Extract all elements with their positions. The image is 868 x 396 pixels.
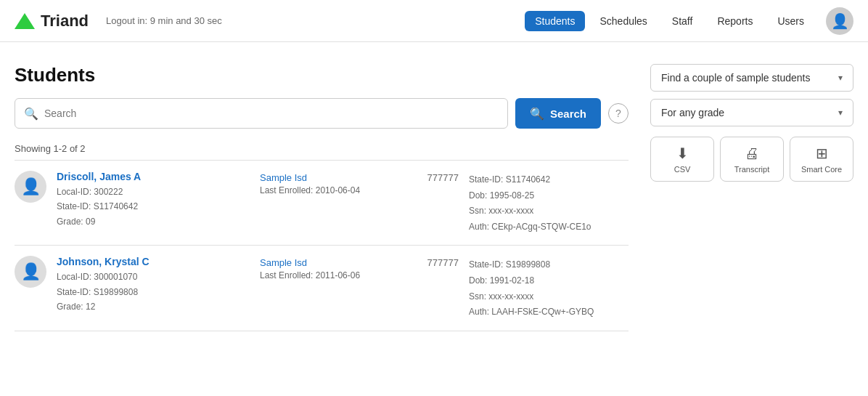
transcript-icon: 🖨 xyxy=(745,145,759,162)
student-district: Sample Isd Last Enrolled: 2010-06-04 xyxy=(260,171,390,195)
search-btn-icon: 🔍 xyxy=(530,107,544,121)
nav-students[interactable]: Students xyxy=(525,11,585,31)
results-count: Showing 1-2 of 2 xyxy=(15,143,629,154)
student-list: 👤 Driscoll, James A Local-ID: 300222Stat… xyxy=(15,160,629,331)
student-meta: Local-ID: 300001070State-ID: S19899808Gr… xyxy=(57,270,250,314)
smartcore-label: Smart Core xyxy=(801,165,842,174)
student-info: Johnson, Krystal C Local-ID: 300001070St… xyxy=(57,256,250,314)
student-id-number: 777777 xyxy=(401,171,459,183)
user-avatar[interactable]: 👤 xyxy=(826,7,853,35)
nav-staff[interactable]: Staff xyxy=(662,11,703,31)
transcript-export-button[interactable]: 🖨 Transcript xyxy=(720,137,784,182)
logo-area: Triand xyxy=(15,12,89,31)
nav-reports[interactable]: Reports xyxy=(707,11,763,31)
student-district: Sample Isd Last Enrolled: 2011-06-06 xyxy=(260,256,390,280)
search-button[interactable]: 🔍 Search xyxy=(515,98,601,129)
smartcore-icon: ⊞ xyxy=(816,145,828,162)
grade-filter-label: For any grade xyxy=(661,107,724,118)
search-icon-left: 🔍 xyxy=(24,107,38,121)
header: Triand Logout in: 9 min and 30 sec Stude… xyxy=(0,0,868,42)
table-row[interactable]: 👤 Driscoll, James A Local-ID: 300222Stat… xyxy=(15,161,629,246)
student-name: Johnson, Krystal C xyxy=(57,256,250,267)
search-btn-label: Search xyxy=(550,108,586,120)
last-enrolled: Last Enrolled: 2011-06-06 xyxy=(260,270,390,280)
sample-filter-dropdown[interactable]: Find a couple of sample students ▾ xyxy=(650,64,853,92)
student-details: State-ID: S11740642Dob: 1995-08-25Ssn: x… xyxy=(469,171,629,235)
csv-label: CSV xyxy=(674,165,691,174)
search-row: 🔍 🔍 Search ? xyxy=(15,98,629,129)
search-input-wrapper: 🔍 xyxy=(15,98,508,129)
student-name: Driscoll, James A xyxy=(57,171,250,182)
nav-users[interactable]: Users xyxy=(767,11,814,31)
nav-schedules[interactable]: Schedules xyxy=(589,11,657,31)
grade-filter-chevron-icon: ▾ xyxy=(838,108,843,118)
left-panel: Students 🔍 🔍 Search ? Showing 1-2 of 2 👤… xyxy=(15,64,629,381)
student-info: Driscoll, James A Local-ID: 300222State-… xyxy=(57,171,250,229)
logo-text: Triand xyxy=(41,12,89,31)
logout-text: Logout in: 9 min and 30 sec xyxy=(106,15,222,26)
student-id-number: 777777 xyxy=(401,256,459,268)
right-panel: Find a couple of sample students ▾ For a… xyxy=(650,64,853,381)
avatar: 👤 xyxy=(15,256,46,288)
smartcore-export-button[interactable]: ⊞ Smart Core xyxy=(790,137,853,182)
main-nav: Students Schedules Staff Reports Users 👤 xyxy=(525,7,853,35)
main-content: Students 🔍 🔍 Search ? Showing 1-2 of 2 👤… xyxy=(0,42,868,396)
page-title: Students xyxy=(15,64,629,86)
student-details: State-ID: S19899808Dob: 1991-02-18Ssn: x… xyxy=(469,256,629,320)
csv-icon: ⬇ xyxy=(676,145,689,162)
export-buttons: ⬇ CSV 🖨 Transcript ⊞ Smart Core xyxy=(650,137,853,182)
transcript-label: Transcript xyxy=(734,165,770,174)
last-enrolled: Last Enrolled: 2010-06-04 xyxy=(260,185,390,195)
student-meta: Local-ID: 300222State-ID: S11740642Grade… xyxy=(57,185,250,229)
help-icon[interactable]: ? xyxy=(608,103,629,124)
sample-filter-chevron-icon: ▾ xyxy=(838,73,843,83)
avatar: 👤 xyxy=(15,171,46,203)
csv-export-button[interactable]: ⬇ CSV xyxy=(650,137,714,182)
grade-filter-dropdown[interactable]: For any grade ▾ xyxy=(650,99,853,126)
table-row[interactable]: 👤 Johnson, Krystal C Local-ID: 300001070… xyxy=(15,246,629,331)
sample-filter-label: Find a couple of sample students xyxy=(661,72,810,84)
search-input[interactable] xyxy=(44,108,499,119)
logo-triangle-icon xyxy=(15,13,35,29)
